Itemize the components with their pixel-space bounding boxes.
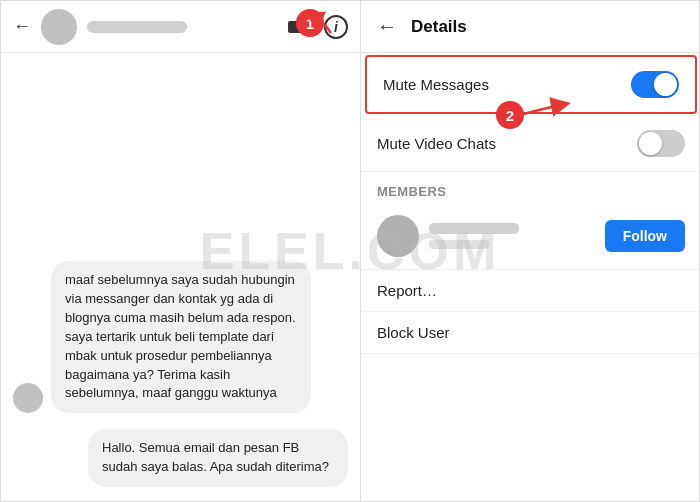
mute-video-chats-toggle[interactable] <box>637 130 685 157</box>
annotation-1: 1 <box>296 9 324 37</box>
sender-avatar <box>13 383 43 413</box>
mute-video-chats-row: Mute Video Chats <box>361 116 700 172</box>
report-row[interactable]: Report… <box>361 270 700 312</box>
avatar-left <box>41 9 77 45</box>
mute-video-chats-label: Mute Video Chats <box>377 135 496 152</box>
members-label: Members <box>377 184 685 199</box>
message-row-1: maaf sebelumnya saya sudah hubungin via … <box>13 261 348 413</box>
block-user-row[interactable]: Block User <box>361 312 700 354</box>
message-bubble-2: Hallo. Semua email dan pesan FB sudah sa… <box>88 429 348 487</box>
annotation-2: 2 <box>496 101 524 129</box>
info-icon[interactable]: i <box>324 15 348 39</box>
member-info <box>429 223 595 249</box>
messages-area: maaf sebelumnya saya sudah hubungin via … <box>1 53 360 502</box>
username-placeholder <box>87 21 187 33</box>
back-button-left[interactable]: ← <box>13 16 31 37</box>
mute-messages-label: Mute Messages <box>383 76 489 93</box>
mute-messages-row: Mute Messages <box>365 55 697 114</box>
back-button-right[interactable]: ← <box>377 15 397 38</box>
mute-messages-toggle[interactable] <box>631 71 679 98</box>
right-content: Mute Messages Mute Video Chats Members <box>361 53 700 502</box>
details-title: Details <box>411 17 467 37</box>
member-name-bar <box>429 223 519 234</box>
toggle-knob-1 <box>654 73 677 96</box>
member-row-1: Follow <box>377 209 685 263</box>
member-avatar <box>377 215 419 257</box>
message-row-2: Hallo. Semua email dan pesan FB sudah sa… <box>13 429 348 487</box>
message-bubble-1: maaf sebelumnya saya sudah hubungin via … <box>51 261 311 413</box>
members-section: Members Follow <box>361 172 700 270</box>
toggle-knob-2 <box>639 132 662 155</box>
right-panel: ← Details Mute Messages Mute Video Chats… <box>361 1 700 502</box>
right-header: ← Details <box>361 1 700 53</box>
member-sub-bar <box>429 240 489 249</box>
follow-button[interactable]: Follow <box>605 220 685 252</box>
